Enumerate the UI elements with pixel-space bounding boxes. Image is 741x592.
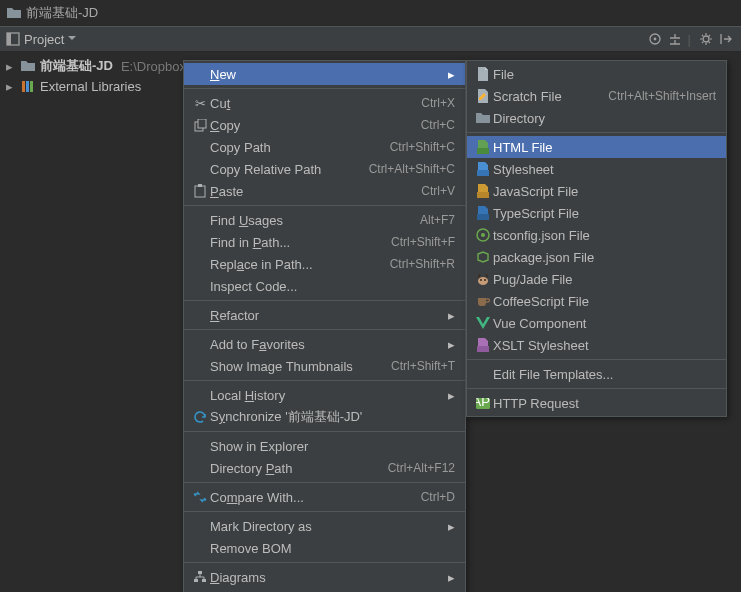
gear-icon[interactable]: [697, 30, 715, 48]
ctx-new[interactable]: NNewew ▸: [184, 63, 465, 85]
pug-icon: [473, 271, 493, 287]
shortcut: Ctrl+Alt+Shift+C: [369, 162, 455, 176]
scissors-icon: ✂: [190, 95, 210, 111]
separator: |: [688, 32, 691, 47]
ctx-compare-with[interactable]: Compare With... Ctrl+D: [184, 486, 465, 508]
diagram-icon: [190, 569, 210, 585]
ctx-refactor[interactable]: Refactor ▸: [184, 304, 465, 326]
submenu-arrow-icon: ▸: [445, 67, 455, 82]
ctx-remove-bom[interactable]: Remove BOM: [184, 537, 465, 559]
shortcut: Ctrl+C: [421, 118, 455, 132]
ctx-diagrams[interactable]: Diagrams ▸: [184, 566, 465, 588]
folder-icon: [473, 110, 493, 126]
ctx-mark-directory-as[interactable]: Mark Directory as ▸: [184, 515, 465, 537]
svg-text:API: API: [476, 398, 490, 409]
libraries-icon: [20, 78, 36, 94]
sub-stylesheet[interactable]: Stylesheet: [467, 158, 726, 180]
svg-rect-10: [195, 186, 205, 197]
ctx-copy[interactable]: Copy Ctrl+C: [184, 114, 465, 136]
tree-root-name: 前端基础-JD: [40, 57, 113, 75]
sub-javascript-file[interactable]: JavaScript File: [467, 180, 726, 202]
ctx-find-in-path[interactable]: Find in Path... Ctrl+Shift+F: [184, 231, 465, 253]
sub-scratch-file[interactable]: Scratch File Ctrl+Alt+Shift+Insert: [467, 85, 726, 107]
caret-right-icon[interactable]: ▸: [6, 79, 16, 94]
ctx-create-gist[interactable]: Create Gist...: [184, 588, 465, 592]
sub-http-request[interactable]: API HTTP Request: [467, 392, 726, 414]
shortcut: Ctrl+V: [421, 184, 455, 198]
ctx-local-history[interactable]: Local History ▸: [184, 384, 465, 406]
copy-icon: [190, 117, 210, 133]
svg-point-21: [481, 233, 485, 237]
separator: [184, 380, 465, 381]
panel-toggle-icon[interactable]: [6, 32, 20, 46]
ctx-cut[interactable]: ✂ Cut Ctrl+X: [184, 92, 465, 114]
separator: [184, 300, 465, 301]
svg-rect-1: [7, 33, 11, 45]
sub-html-file[interactable]: HTML File: [467, 136, 726, 158]
submenu-arrow-icon: ▸: [445, 388, 455, 403]
context-menu: NNewew ▸ ✂ Cut Ctrl+X Copy Ctrl+C Copy P…: [183, 60, 466, 592]
svg-rect-13: [194, 579, 198, 582]
shortcut: Ctrl+X: [421, 96, 455, 110]
svg-rect-9: [198, 119, 206, 128]
ctx-paste[interactable]: Paste Ctrl+V: [184, 180, 465, 202]
ctx-show-in-explorer[interactable]: Show in Explorer: [184, 435, 465, 457]
ctx-copy-path[interactable]: Copy Path Ctrl+Shift+C: [184, 136, 465, 158]
sync-icon: [190, 409, 210, 425]
ctx-inspect-code[interactable]: Inspect Code...: [184, 275, 465, 297]
shortcut: Ctrl+Shift+C: [390, 140, 455, 154]
separator: [467, 132, 726, 133]
html-icon: [473, 139, 493, 155]
ctx-directory-path[interactable]: Directory Path Ctrl+Alt+F12: [184, 457, 465, 479]
svg-rect-12: [198, 571, 202, 574]
xslt-icon: [473, 337, 493, 353]
svg-rect-6: [26, 81, 29, 92]
separator: [184, 205, 465, 206]
shortcut: Ctrl+Alt+F12: [388, 461, 455, 475]
separator: [184, 511, 465, 512]
new-submenu: File Scratch File Ctrl+Alt+Shift+Insert …: [466, 60, 727, 417]
svg-point-24: [484, 279, 486, 281]
separator: [467, 359, 726, 360]
collapse-all-icon[interactable]: [666, 30, 684, 48]
vue-icon: [473, 315, 493, 331]
locate-icon[interactable]: [646, 30, 664, 48]
separator: [184, 88, 465, 89]
svg-rect-11: [198, 184, 202, 187]
chevron-down-icon[interactable]: [68, 35, 76, 43]
sub-coffeescript[interactable]: CoffeeScript File: [467, 290, 726, 312]
ctx-add-to-favorites[interactable]: Add to Favorites ▸: [184, 333, 465, 355]
css-icon: [473, 161, 493, 177]
sub-pug-jade[interactable]: Pug/Jade File: [467, 268, 726, 290]
scratch-icon: [473, 88, 493, 104]
blank-icon: [190, 139, 210, 155]
panel-title[interactable]: Project: [24, 32, 64, 47]
sub-tsconfig[interactable]: tsconfig.json File: [467, 224, 726, 246]
sub-vue-component[interactable]: Vue Component: [467, 312, 726, 334]
sub-typescript-file[interactable]: TypeScript File: [467, 202, 726, 224]
svg-point-4: [703, 36, 709, 42]
sub-file[interactable]: File: [467, 63, 726, 85]
sub-xslt[interactable]: XSLT Stylesheet: [467, 334, 726, 356]
ctx-copy-relative-path[interactable]: Copy Relative Path Ctrl+Alt+Shift+C: [184, 158, 465, 180]
blank-icon: [190, 66, 210, 82]
ctx-find-usages[interactable]: Find Usages Alt+F7: [184, 209, 465, 231]
caret-right-icon[interactable]: ▸: [6, 59, 16, 74]
ctx-synchronize[interactable]: Synchronize '前端基础-JD': [184, 406, 465, 428]
svg-rect-19: [477, 214, 489, 220]
hide-icon[interactable]: [717, 30, 735, 48]
svg-rect-17: [477, 170, 489, 176]
breadcrumb-project[interactable]: 前端基础-JD: [26, 4, 98, 22]
blank-icon: [190, 161, 210, 177]
npm-icon: [473, 249, 493, 265]
project-panel-header: Project |: [0, 26, 741, 52]
separator: [467, 388, 726, 389]
ctx-show-thumbnails[interactable]: Show Image Thumbnails Ctrl+Shift+T: [184, 355, 465, 377]
sub-directory[interactable]: Directory: [467, 107, 726, 129]
ctx-replace-in-path[interactable]: Replace in Path... Ctrl+Shift+R: [184, 253, 465, 275]
svg-point-3: [653, 38, 656, 41]
submenu-arrow-icon: ▸: [445, 337, 455, 352]
sub-package-json[interactable]: package.json File: [467, 246, 726, 268]
sub-edit-templates[interactable]: Edit File Templates...: [467, 363, 726, 385]
api-icon: API: [473, 395, 493, 411]
